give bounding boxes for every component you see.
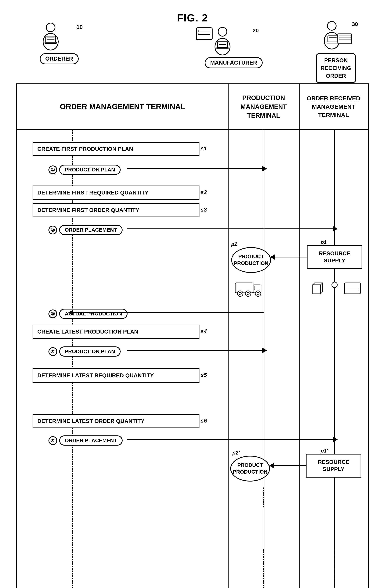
lifeline-col3 (334, 130, 335, 588)
svg-point-38 (332, 282, 337, 288)
svg-rect-27 (254, 286, 260, 290)
msg1p-arrow-line (127, 350, 264, 351)
svg-point-0 (46, 23, 55, 32)
p1p-label: p1' (321, 448, 328, 454)
col1-header: ORDER MANAGEMENT TERMINAL (17, 84, 229, 129)
msg1-arrowhead (262, 166, 267, 171)
column-headers-row: ORDER MANAGEMENT TERMINAL PRODUCTIONMANA… (17, 84, 368, 130)
manufacturer-icon (195, 26, 235, 56)
actor-orderer: 10 ORDERER (40, 22, 79, 64)
resource-icons-1 (307, 281, 366, 300)
msg2-arrowhead (333, 226, 338, 232)
diagram-content: CREATE FIRST PRODUCTION PLAN s1 ① PRODUC… (17, 130, 368, 588)
p1-label: p1 (321, 239, 327, 245)
p2-label: p2 (231, 241, 237, 247)
lifeline-col2-extra-dashed (263, 487, 264, 507)
msg2p-arrow-line (127, 439, 335, 440)
step-s6-box: DETERMINE LATEST ORDER QUANTITY (33, 414, 199, 428)
svg-rect-21 (338, 34, 352, 44)
msg2p-bubble: ORDER PLACEMENT (59, 435, 123, 445)
svg-point-32 (247, 293, 249, 295)
msg3-circle: ③ (48, 310, 57, 318)
step-s2-label: s2 (201, 189, 207, 195)
resource-supply-1-box: RESOURCESUPPLY (307, 245, 362, 269)
orderer-icon (40, 22, 62, 52)
msg3-arrowhead (68, 310, 73, 315)
msg2-arrow-line (127, 229, 335, 229)
msg3-container: ③ ACTUAL PRODUCTION (48, 309, 128, 319)
svg-rect-3 (45, 42, 56, 43)
diagram-border: ORDER MANAGEMENT TERMINAL PRODUCTIONMANA… (16, 84, 369, 588)
resource-to-product-2-arrow (270, 465, 306, 466)
msg1p-circle: ①' (48, 347, 57, 356)
resource-supply-2-box: RESOURCESUPPLY (306, 454, 361, 478)
msg1p-bubble: PRODUCTION PLAN (59, 346, 121, 357)
step-s3-label: s3 (201, 207, 207, 213)
resource-to-product-2-arrowhead (269, 463, 274, 468)
resource-to-product-1-arrowhead (270, 254, 275, 260)
product-production-2-bubble: PRODUCTPRODUCTION (230, 456, 270, 482)
msg2-container: ② ORDER PLACEMENT (48, 225, 123, 235)
msg1-arrow-line (127, 168, 264, 169)
svg-point-15 (327, 21, 336, 30)
svg-rect-18 (327, 42, 339, 43)
step-s2-box: DETERMINE FIRST REQUIRED QUANTITY (33, 186, 199, 200)
truck-icon (235, 279, 263, 297)
person-receiving-icon (316, 20, 356, 52)
step-s1-box: CREATE FIRST PRODUCTION PLAN (33, 142, 199, 156)
svg-marker-36 (321, 283, 323, 294)
msg2p-arrowhead (333, 437, 338, 442)
msg1-circle: ① (48, 166, 57, 174)
lifeline-col2 (264, 130, 264, 588)
resource-to-product-1-arrow (271, 257, 307, 257)
msg1-bubble: PRODUCTION PLAN (59, 165, 121, 175)
step-s5-label: s5 (201, 372, 207, 378)
step-s3-box: DETERMINE FIRST ORDER QUANTITY (33, 203, 199, 217)
step-s4-box: CREATE LATEST PRODUCTION PLAN (33, 325, 199, 339)
lifeline-col1-dashed-bottom (72, 549, 73, 588)
msg1-container: ① PRODUCTION PLAN (48, 165, 121, 175)
svg-rect-39 (344, 283, 360, 294)
msg2-bubble: ORDER PLACEMENT (59, 225, 123, 235)
actor-manufacturer: 20 MANUFACTURER (195, 26, 263, 68)
svg-rect-8 (198, 33, 210, 35)
lifeline-col3-dashed-bottom (334, 549, 335, 588)
lifeline-col2-dashed-bottom (263, 549, 264, 588)
orderer-label: ORDERER (40, 53, 79, 64)
step-s5-box: DETERMINE LATEST REQUIRED QUANTITY (33, 368, 199, 383)
svg-point-31 (239, 293, 241, 295)
svg-point-9 (218, 27, 227, 36)
msg1p-arrowhead (262, 348, 267, 353)
step-s4-label: s4 (201, 328, 207, 335)
svg-rect-12 (217, 47, 228, 49)
col3-header: ORDER RECEIVEDMANAGEMENTTERMINAL (299, 84, 368, 129)
product-production-1-bubble: PRODUCTPRODUCTION (231, 247, 271, 273)
figure-title: FIG. 2 (177, 12, 208, 24)
msg2p-circle: ②' (48, 436, 57, 445)
step-s6-label: s6 (201, 418, 207, 424)
msg1p-container: ①' PRODUCTION PLAN (48, 346, 121, 357)
actor-person-receiving: 30 PERSONRECEIVINGORDER (316, 20, 356, 83)
msg2p-container: ②' ORDER PLACEMENT (48, 435, 123, 445)
svg-rect-25 (235, 283, 253, 293)
col2-header: PRODUCTIONMANAGEMENTTERMINAL (229, 84, 299, 129)
svg-rect-7 (198, 30, 210, 32)
msg3-arrow-line (73, 312, 264, 313)
svg-point-33 (257, 293, 259, 295)
msg2-circle: ② (48, 226, 57, 234)
manufacturer-label: MANUFACTURER (205, 57, 263, 68)
svg-rect-35 (313, 285, 321, 294)
step-s1-label: s1 (201, 146, 207, 152)
person-receiving-label: PERSONRECEIVINGORDER (316, 53, 356, 83)
p2p-label: p2' (233, 450, 240, 456)
